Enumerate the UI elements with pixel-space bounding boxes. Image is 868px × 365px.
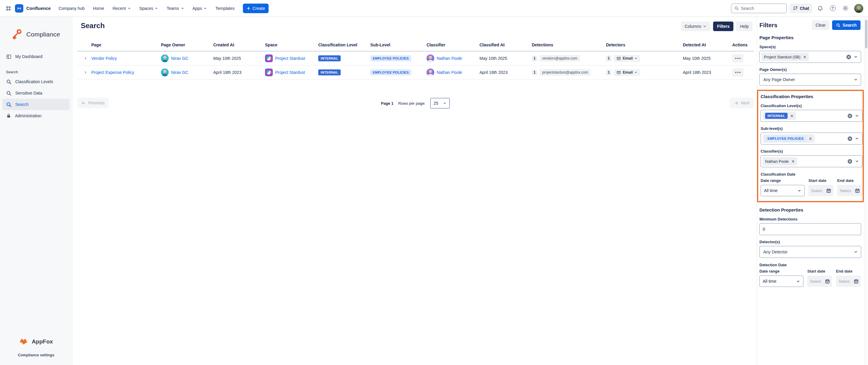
arrow-right-icon	[734, 101, 739, 105]
help-button-main[interactable]: Help	[736, 22, 752, 31]
row-actions-button[interactable]	[732, 54, 744, 63]
date-range-label: Date range	[760, 269, 803, 273]
remove-chip-icon[interactable]	[792, 160, 795, 163]
column-header-page-owner[interactable]: Page Owner	[158, 39, 211, 52]
chevron-down-icon[interactable]	[855, 136, 859, 141]
compliance-settings-link[interactable]: Compliance settings	[0, 353, 72, 357]
sidebar-footer: AppFox Compliance settings	[0, 338, 72, 357]
clear-select-icon[interactable]	[847, 136, 852, 141]
clear-select-icon[interactable]	[846, 55, 851, 60]
chevron-down-icon[interactable]	[855, 114, 859, 118]
chevron-down-icon[interactable]	[854, 78, 858, 82]
compliance-sidebar: Compliance My Dashboard Search Classific…	[0, 17, 72, 365]
settings-button[interactable]	[840, 4, 850, 13]
chevron-right-icon[interactable]	[84, 57, 87, 60]
classifier-link[interactable]: Nathan Poole	[437, 70, 462, 75]
detection-end-date-input[interactable]: Select.	[836, 276, 861, 287]
classification-date-range-select[interactable]: All time	[761, 185, 805, 196]
owner-link[interactable]: Nirav GC	[171, 56, 188, 61]
columns-button[interactable]: Columns	[681, 22, 710, 31]
clear-select-icon[interactable]	[847, 159, 852, 164]
filters-button[interactable]: Filters	[713, 22, 734, 31]
sidebar-item-my-dashboard[interactable]: My Dashboard	[2, 51, 70, 62]
table-row-cell-classifier: Nathan Poole	[424, 52, 477, 65]
classifier-select[interactable]: Nathan Poole	[761, 155, 862, 167]
table-row-cell-actions	[730, 52, 754, 65]
spaces-select[interactable]: Project Stardust (SB)	[760, 51, 861, 63]
sidebar-item-sensitive-data[interactable]: Sensitive Data	[2, 87, 70, 99]
row-actions-button[interactable]	[732, 68, 744, 77]
detector-select[interactable]: Any Detector	[760, 246, 861, 258]
table-row-cell-space: Project Stardust	[262, 65, 316, 80]
rows-per-page-select[interactable]: 25	[430, 98, 450, 109]
page-link[interactable]: Project Expense Policy	[91, 70, 134, 75]
create-button[interactable]: Create	[243, 4, 269, 13]
detector-chip[interactable]: Email	[614, 55, 640, 62]
column-header-classified-at[interactable]: Classified At	[477, 39, 529, 52]
apply-search-button[interactable]: Search	[832, 20, 861, 30]
user-avatar[interactable]	[854, 4, 863, 13]
page-title: Search	[81, 22, 105, 30]
sublevel-select[interactable]: EMPLOYEE POLICIES	[761, 132, 862, 145]
column-header-detections[interactable]: Detections	[529, 39, 603, 52]
column-header-classification-level[interactable]: Classification Level	[316, 39, 368, 52]
column-header-page[interactable]: Page	[77, 39, 158, 52]
chevron-down-icon[interactable]	[855, 159, 859, 163]
column-header-sub-level[interactable]: Sub-Level	[368, 39, 424, 52]
nav-templates[interactable]: Templates	[215, 6, 235, 11]
clear-filters-button[interactable]: Clear	[812, 20, 829, 30]
sidebar-item-classification-levels[interactable]: Classification Levels	[2, 76, 70, 87]
global-search-field[interactable]	[741, 6, 780, 11]
filters-title: Filters	[760, 22, 812, 29]
space-link[interactable]: Project Stardust	[275, 56, 305, 61]
chevron-down-icon	[703, 25, 707, 28]
app-switcher-icon[interactable]	[5, 5, 11, 11]
scrollbar-track[interactable]	[864, 17, 868, 365]
column-header-created-at[interactable]: Created At	[211, 39, 262, 52]
classification-start-date-input[interactable]: Select.	[808, 185, 833, 196]
sublevel-label: Sub-level(s)	[761, 126, 863, 131]
classifier-filter-chip: Nathan Poole	[763, 157, 797, 165]
nav-company-hub[interactable]: Company hub	[59, 6, 85, 11]
space-link[interactable]: Project Stardust	[275, 70, 305, 75]
chevron-down-icon[interactable]	[854, 55, 858, 59]
column-header-detected-at[interactable]: Detected At	[680, 39, 730, 52]
remove-chip-icon[interactable]	[790, 114, 794, 118]
chat-button[interactable]: Chat	[789, 4, 812, 13]
page-link[interactable]: Vendor Policy	[91, 56, 117, 61]
remove-chip-icon[interactable]	[809, 137, 812, 140]
nav-spaces[interactable]: Spaces	[140, 6, 158, 11]
help-button[interactable]: ?	[828, 4, 837, 13]
chevron-down-icon[interactable]	[854, 250, 858, 254]
clear-select-icon[interactable]	[847, 113, 852, 119]
column-header-space[interactable]: Space	[262, 39, 316, 52]
sidebar-item-search[interactable]: Search	[2, 99, 70, 110]
classification-level-select[interactable]: INTERNAL	[761, 110, 862, 122]
detectors-count-badge: 1	[606, 70, 611, 75]
detection-date-range-select[interactable]: All time	[760, 276, 803, 287]
nav-apps[interactable]: Apps	[193, 6, 207, 11]
column-header-classifier[interactable]: Classifier	[424, 39, 477, 52]
nav-home[interactable]: Home	[93, 6, 104, 11]
confluence-logo-icon[interactable]	[15, 4, 23, 12]
nav-teams[interactable]: Teams	[166, 6, 184, 11]
date-range-label: Date range	[761, 178, 805, 183]
owner-link[interactable]: Nirav GC	[171, 70, 188, 75]
scrollbar-thumb[interactable]	[865, 20, 867, 49]
global-search-input[interactable]	[731, 4, 787, 13]
detection-start-date-input[interactable]: Select.	[807, 276, 832, 287]
remove-chip-icon[interactable]	[803, 55, 806, 59]
classifier-link[interactable]: Nathan Poole	[437, 56, 462, 61]
sidebar-item-label: Sensitive Data	[15, 91, 42, 95]
detector-chip[interactable]: Email	[614, 69, 640, 76]
nav-recent[interactable]: Recent	[113, 6, 131, 11]
start-date-label: Start date	[808, 178, 833, 183]
page-owner-select[interactable]: Any Page Owner	[760, 73, 861, 86]
notifications-button[interactable]	[815, 4, 825, 13]
next-page-button[interactable]: Next	[730, 97, 754, 108]
minimum-detections-input[interactable]	[760, 223, 861, 235]
chevron-right-icon[interactable]	[84, 70, 87, 74]
column-header-detectors[interactable]: Detectors	[603, 39, 680, 52]
sidebar-item-administration[interactable]: Administration	[2, 110, 70, 121]
classification-end-date-input[interactable]: Select.	[837, 185, 862, 196]
